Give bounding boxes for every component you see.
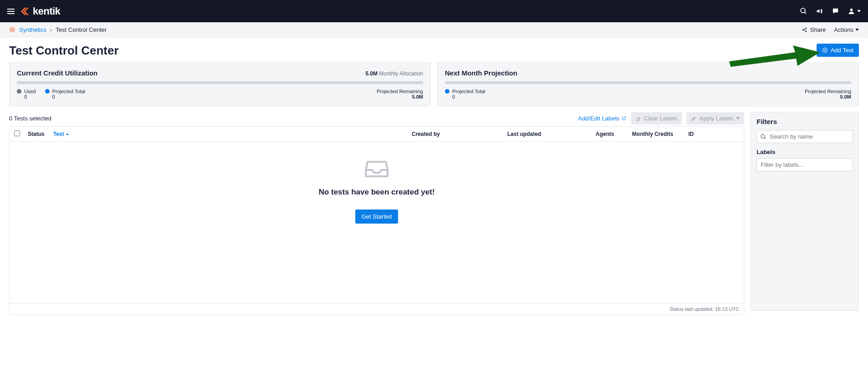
used-value: 0 [24, 94, 36, 100]
breadcrumb-separator: › [50, 26, 52, 33]
svg-line-1 [805, 12, 807, 14]
breadcrumb: Synthetics › Test Control Center [9, 26, 106, 33]
search-icon [760, 134, 767, 140]
svg-line-8 [803, 28, 805, 29]
svg-point-6 [805, 28, 806, 29]
svg-point-0 [801, 8, 805, 13]
col-created-by[interactable]: Created by [412, 131, 507, 137]
projected-label: Projected Total [52, 89, 86, 94]
brand-name: kentik [33, 5, 61, 17]
col-id[interactable]: ID [673, 131, 694, 137]
filters-title: Filters [757, 118, 853, 125]
svg-point-3 [10, 27, 15, 32]
col-monthly-credits[interactable]: Monthly Credits [614, 131, 673, 137]
clear-labels-text: Clear Labels [644, 115, 677, 122]
external-link-icon [621, 116, 626, 121]
add-edit-labels-link[interactable]: Add/Edit Labels [578, 115, 626, 122]
svg-line-9 [803, 30, 805, 31]
tests-table: Status Test Created by Last updated Agen… [9, 126, 744, 315]
col-agents[interactable]: Agents [575, 131, 614, 137]
share-button[interactable]: Share [802, 26, 826, 33]
dot-blue-icon [445, 89, 449, 94]
progress-bar [445, 81, 851, 84]
remaining-label: Projected Remaining [805, 89, 851, 94]
empty-title: No tests have been created yet! [19, 188, 735, 197]
search-input[interactable] [757, 130, 853, 143]
alloc-label: Monthly Allocation [379, 70, 423, 77]
stats-row: Current Credit Utilization 5.0M Monthly … [0, 62, 868, 112]
breadcrumb-icon [9, 26, 15, 33]
get-started-button[interactable]: Get Started [355, 209, 398, 224]
plus-circle-icon [822, 47, 828, 53]
actions-label: Actions [834, 26, 853, 33]
main-row: 0 Tests selected Add/Edit Labels Clear L… [0, 112, 868, 324]
used-label: Used [24, 89, 36, 94]
labels-filter-input[interactable] [757, 158, 853, 171]
select-all-checkbox[interactable] [14, 130, 20, 136]
col-test-label: Test [53, 131, 64, 137]
share-icon [802, 27, 807, 33]
col-last-updated[interactable]: Last updated [507, 131, 575, 137]
svg-line-14 [764, 137, 766, 139]
pencil-icon [691, 115, 697, 121]
alloc-value: 5.0M [365, 70, 378, 77]
svg-point-4 [11, 29, 14, 31]
chevron-down-icon [736, 117, 740, 120]
chat-icon[interactable] [832, 7, 839, 15]
col-test[interactable]: Test [53, 131, 412, 137]
next-month-card: Next Month Projection Projected Total 0 … [437, 62, 859, 106]
top-nav: kentik [0, 0, 868, 22]
user-menu[interactable] [848, 7, 861, 15]
svg-point-5 [802, 29, 803, 30]
add-edit-labels-text: Add/Edit Labels [578, 115, 619, 122]
inbox-icon [365, 160, 389, 178]
megaphone-icon[interactable] [816, 7, 823, 15]
svg-point-2 [850, 9, 853, 11]
logo-mark-icon [21, 6, 31, 16]
search-icon[interactable] [800, 7, 807, 15]
breadcrumb-current: Test Control Center [56, 26, 106, 33]
table-footer: Status last updated: 16:13 UTC [10, 303, 744, 314]
tests-selected-count: 0 Tests selected [9, 115, 51, 122]
apply-labels-button[interactable]: Apply Labels [686, 112, 744, 125]
brand-logo[interactable]: kentik [21, 5, 61, 17]
sort-asc-icon [66, 133, 69, 135]
svg-point-13 [761, 134, 765, 138]
menu-icon[interactable] [7, 9, 15, 14]
actions-menu[interactable]: Actions [834, 26, 859, 33]
projected-label: Projected Total [452, 89, 485, 94]
remaining-value: 5.0M [805, 94, 851, 100]
eraser-icon [636, 115, 641, 121]
empty-state: No tests have been created yet! Get Star… [10, 142, 744, 303]
card-title: Next Month Projection [445, 69, 517, 77]
user-icon [848, 7, 855, 15]
dot-blue-icon [45, 89, 50, 94]
col-status[interactable]: Status [28, 131, 53, 137]
remaining-label: Projected Remaining [377, 89, 423, 94]
breadcrumb-root[interactable]: Synthetics [19, 26, 46, 33]
add-test-label: Add Test [831, 47, 853, 54]
add-test-button[interactable]: Add Test [817, 44, 859, 57]
chevron-down-icon [855, 29, 859, 31]
chevron-down-icon [857, 10, 861, 12]
card-title: Current Credit Utilization [17, 69, 98, 77]
apply-labels-text: Apply Labels [700, 115, 733, 122]
dot-grey-icon [17, 89, 21, 94]
page-title: Test Control Center [9, 44, 119, 58]
table-toolbar: 0 Tests selected Add/Edit Labels Clear L… [9, 112, 744, 125]
projected-value: 0 [52, 94, 86, 100]
share-label: Share [810, 26, 826, 33]
breadcrumb-bar: Synthetics › Test Control Center Share A… [0, 22, 868, 37]
svg-point-7 [805, 30, 806, 31]
table-header: Status Test Created by Last updated Agen… [10, 127, 744, 142]
labels-section-label: Labels [757, 149, 853, 155]
remaining-value: 5.0M [377, 94, 423, 100]
clear-labels-button[interactable]: Clear Labels [631, 112, 682, 125]
page-header: Test Control Center Add Test [0, 37, 868, 62]
current-credit-card: Current Credit Utilization 5.0M Monthly … [9, 62, 431, 106]
progress-bar [17, 81, 423, 84]
filters-panel: Filters Labels [751, 112, 859, 311]
projected-value: 0 [452, 94, 485, 100]
